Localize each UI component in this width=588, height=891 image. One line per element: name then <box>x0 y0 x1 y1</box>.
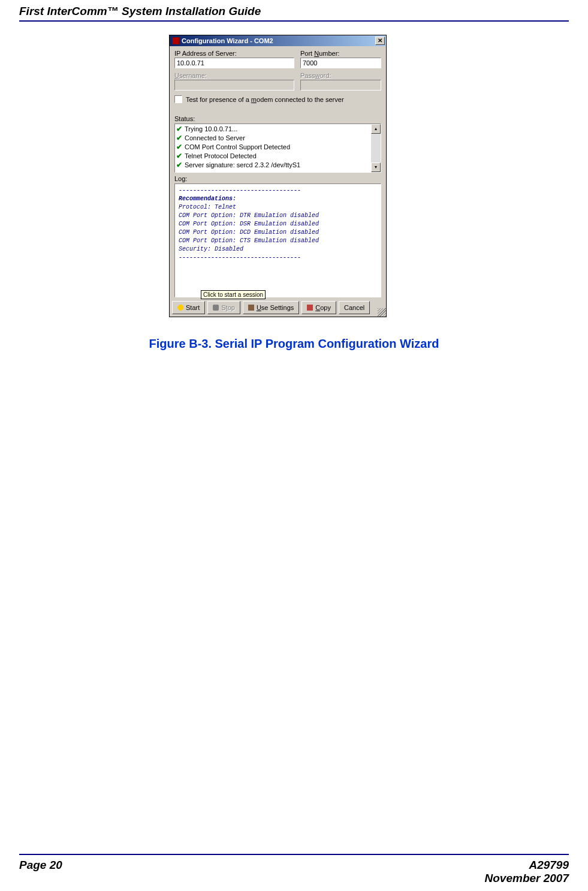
log-line: COM Port Option: CTS Emulation disabled <box>179 237 377 245</box>
port-number-label: Port Number: <box>300 50 381 57</box>
stop-button[interactable]: Stop <box>207 301 240 314</box>
modem-checkbox-label: Test for presence of a modem connected t… <box>186 96 344 103</box>
port-number-input[interactable] <box>300 58 381 68</box>
log-line: ---------------------------------- <box>179 254 377 262</box>
ip-address-input[interactable] <box>174 58 294 68</box>
scroll-up-button[interactable]: ▴ <box>371 124 381 134</box>
log-textbox: ---------------------------------- Recom… <box>174 183 381 297</box>
header-rule <box>19 20 569 22</box>
log-line: COM Port Option: DSR Emulation disabled <box>179 220 377 228</box>
check-icon: ✔ <box>176 161 182 170</box>
check-icon: ✔ <box>176 134 182 143</box>
cancel-button[interactable]: Cancel <box>339 301 370 314</box>
password-label: Password: <box>300 72 381 79</box>
footer-date: November 2007 <box>485 872 569 885</box>
log-line: Security: Disabled <box>179 245 377 254</box>
page-footer: Page 20 A29799 November 2007 <box>19 859 569 885</box>
config-wizard-dialog: Configuration Wizard - COM2 ✕ IP Address… <box>169 35 387 317</box>
log-line: Protocol: Telnet <box>179 203 377 212</box>
resize-grip[interactable] <box>378 308 386 317</box>
start-button[interactable]: Start <box>172 301 205 314</box>
bulb-icon <box>177 305 183 311</box>
username-input <box>174 80 294 91</box>
status-line: Connected to Server <box>185 134 245 143</box>
log-label: Log: <box>174 175 381 182</box>
copy-button[interactable]: Copy <box>301 301 336 314</box>
copy-icon <box>307 305 313 311</box>
footer-doc-code: A29799 <box>485 859 569 872</box>
dialog-button-row: Click to start a session Start Stop Use … <box>170 299 386 317</box>
status-label: Status: <box>174 115 381 122</box>
footer-rule <box>19 854 569 855</box>
status-line: Trying 10.0.0.71... <box>185 125 237 134</box>
figure-caption: Figure B-3. Serial IP Program Configurat… <box>0 337 588 351</box>
status-line: Server signature: sercd 2.3.2 /dev/ttyS1 <box>185 161 300 170</box>
status-listbox: ✔Trying 10.0.0.71... ✔Connected to Serve… <box>174 124 381 173</box>
check-icon: ✔ <box>176 143 182 152</box>
close-button[interactable]: ✕ <box>375 37 385 45</box>
footer-page-number: Page 20 <box>19 859 62 885</box>
scroll-down-button[interactable]: ▾ <box>371 162 381 172</box>
status-scrollbar[interactable]: ▴ ▾ <box>371 124 381 172</box>
start-tooltip: Click to start a session <box>201 290 266 299</box>
titlebar: Configuration Wizard - COM2 ✕ <box>170 35 386 46</box>
username-label: Username: <box>174 72 294 79</box>
status-line: COM Port Control Support Detected <box>185 143 290 152</box>
password-input <box>300 80 381 91</box>
stop-icon <box>213 305 219 311</box>
log-line: Recommendations: <box>179 195 377 203</box>
dialog-title: Configuration Wizard - COM2 <box>182 35 273 46</box>
modem-checkbox[interactable] <box>174 95 182 103</box>
app-icon <box>172 37 179 44</box>
ip-address-label: IP Address of Server: <box>174 50 294 57</box>
status-line: Telnet Protocol Detected <box>185 152 257 161</box>
log-line: ---------------------------------- <box>179 186 377 195</box>
check-icon: ✔ <box>176 152 182 161</box>
dialog-screenshot: Configuration Wizard - COM2 ✕ IP Address… <box>169 35 387 317</box>
log-line: COM Port Option: DCD Emulation disabled <box>179 228 377 237</box>
settings-icon <box>248 305 254 311</box>
use-settings-button[interactable]: Use Settings <box>243 301 299 314</box>
log-line: COM Port Option: DTR Emulation disabled <box>179 212 377 220</box>
page-header-title: First InterComm™ System Installation Gui… <box>19 5 261 18</box>
check-icon: ✔ <box>176 125 182 134</box>
